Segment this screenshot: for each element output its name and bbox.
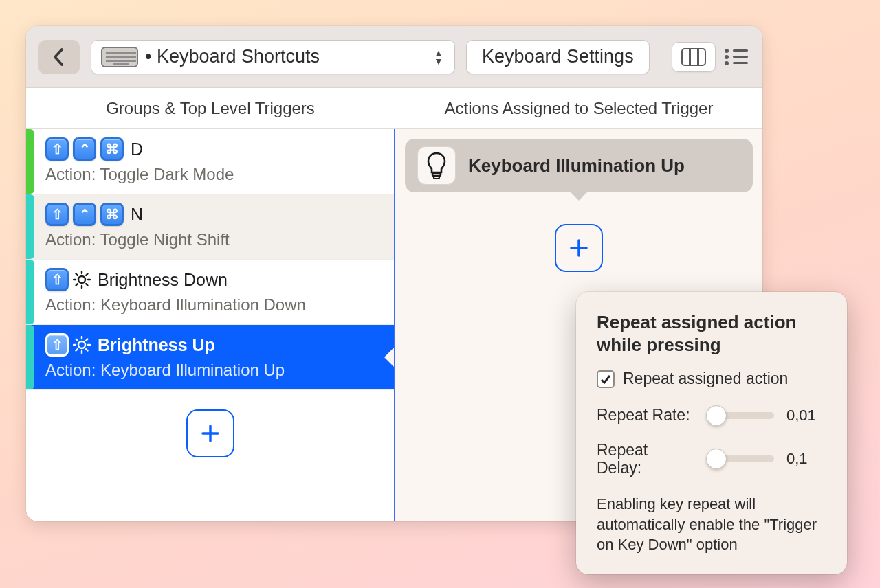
shift-key-icon: ⇧: [45, 203, 69, 226]
slider-thumb[interactable]: [706, 449, 727, 469]
checkmark-icon: [600, 373, 612, 385]
plus-icon: [200, 423, 221, 444]
repeat-rate-row: Repeat Rate: 0,01: [597, 406, 826, 425]
shift-key-icon: ⇧: [45, 268, 69, 291]
trigger-action-label: Action: Keyboard Illumination Down: [45, 295, 306, 314]
keyboard-icon: [101, 47, 138, 67]
keyboard-settings-button[interactable]: Keyboard Settings: [466, 40, 650, 74]
plus-icon: [569, 238, 589, 258]
popover-note: Enabling key repeat will automatically e…: [597, 494, 826, 555]
assigned-action-item[interactable]: Keyboard Illumination Up: [405, 139, 753, 192]
trigger-action-label: Action: Toggle Night Shift: [45, 230, 230, 249]
svg-line-8: [76, 284, 78, 285]
svg-point-0: [78, 276, 85, 283]
trigger-row[interactable]: ⇧⌃⌘NAction: Toggle Night Shift: [26, 194, 394, 260]
repeat-checkbox-label: Repeat assigned action: [623, 370, 788, 388]
svg-line-15: [86, 349, 87, 350]
dropdown-label: • Keyboard Shortcuts: [145, 46, 426, 67]
trigger-key-text: Brightness Up: [98, 335, 215, 355]
color-stripe: [26, 194, 34, 259]
color-stripe: [26, 129, 34, 194]
trigger-key-text: Brightness Down: [98, 270, 228, 290]
repeat-rate-value: 0,01: [786, 407, 816, 425]
back-button[interactable]: [38, 40, 80, 74]
toolbar: • Keyboard Shortcuts ▲▼ Keyboard Setting…: [26, 26, 762, 88]
svg-rect-21: [434, 177, 439, 179]
brightness-icon: [73, 271, 91, 289]
repeat-rate-slider[interactable]: [707, 412, 774, 419]
repeat-checkbox-row[interactable]: Repeat assigned action: [597, 370, 826, 388]
trigger-row[interactable]: ⇧⌃⌘DAction: Toggle Dark Mode: [26, 129, 394, 194]
svg-line-16: [86, 339, 87, 341]
dropdown-arrows-icon: ▲▼: [432, 47, 445, 67]
repeat-delay-label: Repeat Delay:: [597, 441, 694, 477]
left-pane-title: Groups & Top Level Triggers: [26, 88, 395, 128]
keyboard-settings-label: Keyboard Settings: [482, 46, 634, 67]
repeat-delay-value: 0,1: [786, 450, 808, 468]
assigned-action-title: Keyboard Illumination Up: [468, 155, 685, 177]
shift-key-icon: ⇧: [45, 137, 69, 161]
repeat-checkbox[interactable]: [597, 370, 615, 388]
svg-rect-20: [432, 173, 441, 176]
view-mode-segment: [672, 42, 750, 72]
chevron-left-icon: [52, 47, 66, 67]
pane-headers: Groups & Top Level Triggers Actions Assi…: [26, 88, 762, 129]
add-trigger-button[interactable]: [186, 409, 234, 457]
list-view-button[interactable]: [723, 42, 750, 72]
add-action-button[interactable]: [555, 224, 603, 272]
brightness-icon: [73, 336, 91, 354]
repeat-settings-popover: Repeat assigned action while pressing Re…: [576, 292, 847, 574]
trigger-action-label: Action: Toggle Dark Mode: [45, 165, 234, 183]
control-key-icon: ⌃: [73, 203, 96, 226]
color-stripe: [26, 325, 34, 389]
svg-line-6: [86, 284, 87, 285]
right-pane-title: Actions Assigned to Selected Trigger: [395, 88, 762, 128]
list-icon: [725, 49, 748, 65]
repeat-delay-row: Repeat Delay: 0,1: [597, 441, 826, 477]
shift-key-icon: ⇧: [45, 333, 69, 357]
color-stripe: [26, 260, 34, 324]
trigger-list: ⇧⌃⌘DAction: Toggle Dark Mode⇧⌃⌘NAction: …: [26, 129, 394, 390]
control-key-icon: ⌃: [73, 137, 96, 161]
repeat-rate-label: Repeat Rate:: [597, 406, 694, 425]
lightbulb-icon: [417, 146, 456, 185]
command-key-icon: ⌘: [100, 137, 124, 161]
trigger-type-dropdown[interactable]: • Keyboard Shortcuts ▲▼: [91, 40, 455, 74]
command-key-icon: ⌘: [100, 203, 124, 226]
svg-line-14: [76, 339, 78, 341]
columns-view-button[interactable]: [672, 42, 716, 72]
trigger-key-text: D: [131, 139, 143, 159]
svg-point-9: [78, 341, 85, 348]
svg-line-7: [86, 274, 87, 275]
trigger-row[interactable]: ⇧ Brightness DownAction: Keyboard Illumi…: [26, 260, 394, 325]
trigger-action-label: Action: Keyboard Illumination Up: [45, 361, 285, 379]
columns-icon: [681, 48, 706, 66]
svg-line-17: [76, 349, 78, 350]
slider-thumb[interactable]: [706, 405, 727, 426]
trigger-key-text: N: [131, 205, 143, 225]
svg-line-5: [76, 274, 78, 275]
trigger-row[interactable]: ⇧ Brightness UpAction: Keyboard Illumina…: [26, 325, 394, 390]
popover-title: Repeat assigned action while pressing: [597, 311, 826, 356]
triggers-pane: ⇧⌃⌘DAction: Toggle Dark Mode⇧⌃⌘NAction: …: [26, 129, 395, 521]
repeat-delay-slider[interactable]: [707, 455, 774, 462]
